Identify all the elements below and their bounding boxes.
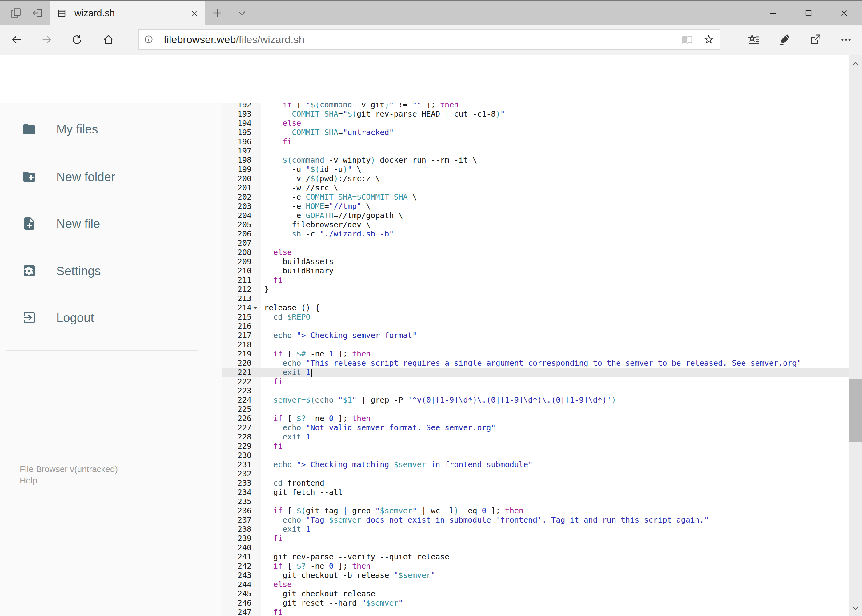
code-line-240: 240 — [222, 543, 849, 552]
more-menu-icon[interactable] — [833, 25, 859, 55]
sidebar-item-settings[interactable]: Settings — [0, 254, 222, 288]
forward-icon[interactable] — [35, 25, 58, 55]
sidebar-divider — [6, 256, 198, 256]
code-line-217: 217 echo "> Checking semver format" — [222, 331, 849, 340]
active-tab[interactable]: wizard.sh — [50, 1, 205, 25]
code-line-223: 223 — [222, 386, 849, 396]
code-line-194: 194 else — [222, 119, 849, 128]
sidebar-item-logout[interactable]: Logout — [0, 301, 222, 335]
code-line-220: 220 echo "This release script requires a… — [222, 358, 849, 368]
back-icon[interactable] — [5, 25, 28, 55]
scrollbar-thumb[interactable] — [849, 379, 862, 442]
code-text: echo "Tag $semver does not exist in subm… — [264, 515, 709, 525]
line-number: 203 — [222, 202, 251, 211]
url-divider — [158, 32, 158, 46]
code-text: else — [264, 119, 301, 128]
code-text: else — [264, 248, 292, 257]
line-number: 214 — [222, 303, 251, 313]
new-tab-button[interactable] — [208, 1, 227, 25]
fold-marker-icon[interactable] — [253, 306, 257, 310]
code-text: if [ $? -ne 0 ]; then — [264, 561, 370, 571]
code-line-225: 225 — [222, 405, 849, 414]
refresh-icon[interactable] — [65, 25, 89, 55]
minimize-button[interactable] — [755, 1, 791, 25]
line-number: 193 — [222, 110, 251, 119]
sidebar-item-new-file[interactable]: New file — [0, 207, 222, 240]
code-text: echo "> Checking semver format" — [264, 331, 417, 340]
annotate-pen-icon[interactable] — [771, 25, 798, 55]
home-icon[interactable] — [97, 25, 120, 55]
code-text: exit 1 — [264, 368, 312, 377]
scroll-down-icon[interactable] — [849, 602, 862, 615]
code-text: if [ $# -ne 1 ]; then — [264, 349, 370, 358]
favorite-star-icon[interactable] — [698, 30, 720, 49]
sidebar-item-new-folder[interactable]: New folder — [0, 160, 222, 194]
code-text: exit 1 — [264, 525, 310, 534]
sidebar-divider — [6, 350, 198, 350]
line-number: 245 — [222, 589, 251, 599]
line-number: 236 — [222, 506, 251, 515]
line-number: 232 — [222, 469, 251, 479]
share-page-icon[interactable] — [802, 25, 829, 55]
code-text: else — [264, 580, 292, 589]
code-text: echo "Not valid semver format. See semve… — [264, 423, 496, 432]
site-info-icon[interactable] — [144, 35, 153, 44]
line-number: 247 — [222, 608, 251, 616]
help-link[interactable]: Help — [20, 475, 118, 486]
line-number: 242 — [222, 561, 251, 571]
code-line-209: 209 buildAssets — [222, 257, 849, 266]
code-line-232: 232 — [222, 469, 849, 479]
line-number: 225 — [222, 405, 251, 414]
code-text: if [ $(git tag | grep "$semver" | wc -l)… — [264, 506, 523, 515]
line-number: 194 — [222, 119, 251, 128]
sidebar-item-label: My files — [56, 123, 98, 136]
line-number: 239 — [222, 534, 251, 543]
address-url-field[interactable]: filebrowser.web/files/wizard.sh — [139, 29, 720, 50]
code-text: fi — [264, 275, 282, 285]
new-folder-icon — [22, 170, 36, 184]
line-number: 192 — [222, 103, 251, 110]
line-number: 219 — [222, 349, 251, 358]
code-line-204: 204 -e GOPATH=//tmp/gopath \ — [222, 211, 849, 220]
reading-view-icon[interactable] — [676, 30, 698, 49]
code-line-198: 198 $(command -v winpty) docker run --rm… — [222, 156, 849, 165]
code-line-227: 227 echo "Not valid semver format. See s… — [222, 423, 849, 432]
code-line-246: 246 git reset --hard "$semver" — [222, 599, 849, 608]
code-line-206: 206 sh -c "./wizard.sh -b" — [222, 229, 849, 239]
set-tabs-aside-icon[interactable] — [28, 1, 47, 25]
maximize-button[interactable] — [791, 1, 826, 25]
tabs-set-aside-icon[interactable] — [7, 1, 25, 25]
code-text: fi — [264, 377, 282, 386]
code-line-238: 238 exit 1 — [222, 525, 849, 534]
page-scrollbar[interactable] — [849, 55, 862, 616]
close-button[interactable] — [826, 1, 862, 25]
code-text: git checkout release — [264, 589, 375, 599]
line-number: 217 — [222, 331, 251, 340]
line-number: 196 — [222, 137, 251, 146]
line-number: 234 — [222, 488, 251, 497]
tab-favicon-icon — [57, 8, 67, 18]
code-line-242: 242 if [ $? -ne 0 ]; then — [222, 561, 849, 571]
code-text: git fetch --all — [264, 488, 343, 497]
code-line-236: 236 if [ $(git tag | grep "$semver" | wc… — [222, 506, 849, 515]
line-number: 213 — [222, 294, 251, 303]
code-text: exit 1 — [264, 432, 310, 442]
code-editor[interactable]: 192 if [ "$(command -v git)" != "" ]; th… — [222, 103, 849, 616]
scroll-up-icon[interactable] — [849, 57, 862, 70]
line-number: 195 — [222, 128, 251, 137]
tab-preview-chevron-icon[interactable] — [233, 1, 251, 25]
code-line-222: 222 fi — [222, 377, 849, 386]
code-line-214: 214release () { — [222, 303, 849, 313]
sidebar-item-label: Settings — [56, 264, 101, 278]
sidebar-item-label: Logout — [56, 311, 94, 325]
tab-close-icon[interactable] — [183, 1, 205, 25]
favorites-hub-icon[interactable] — [741, 25, 767, 55]
sidebar-item-label: New folder — [56, 170, 115, 184]
sidebar-item-my-files[interactable]: My files — [0, 112, 222, 146]
url-text: filebrowser.web/files/wizard.sh — [164, 33, 304, 46]
line-number: 241 — [222, 552, 251, 561]
code-text: cd $REPO — [264, 313, 310, 322]
line-number: 233 — [222, 479, 251, 488]
code-text: echo "This release script requires a sin… — [264, 358, 801, 368]
line-number: 212 — [222, 285, 251, 294]
